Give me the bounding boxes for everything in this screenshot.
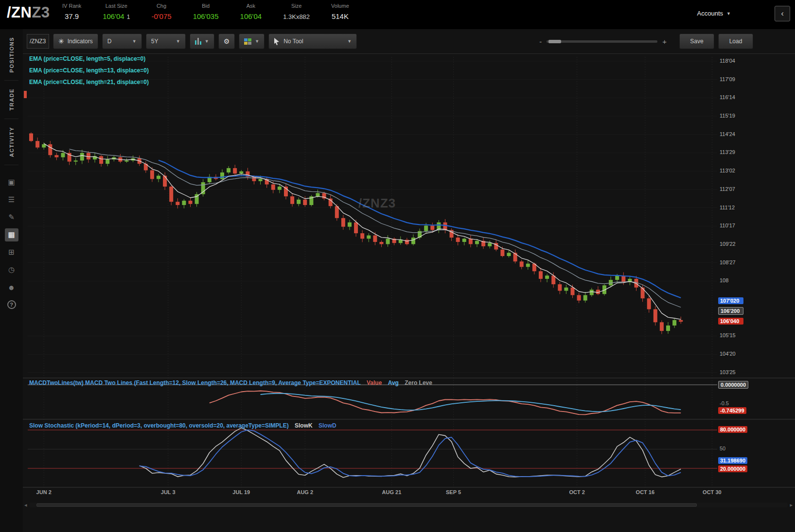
stat-label: IV Rank — [62, 3, 81, 9]
chart-style-icon — [195, 38, 201, 45]
date-axis-label: AUG 21 — [382, 489, 402, 495]
watchlist-icon[interactable]: ☰ — [5, 193, 18, 206]
indicators-button[interactable]: ✳ Indicators — [53, 34, 98, 49]
stoch-title: Slow Stochastic (kPeriod=14, dPeriod=3, … — [29, 422, 289, 429]
stoch-legend-k: SlowK — [295, 422, 313, 429]
date-axis-label: OCT 16 — [636, 489, 655, 495]
layout-grid-icon — [244, 38, 251, 45]
gear-icon: ⚙ — [224, 37, 230, 45]
stat-label: Chg — [157, 3, 166, 9]
stat-value: 514K — [332, 12, 349, 20]
candlesticks — [24, 91, 683, 334]
save-button[interactable]: Save — [679, 34, 714, 49]
load-button[interactable]: Load — [718, 34, 753, 49]
macd-study-label[interactable]: MACDTwoLines(tw) MACD Two Lines (Fast Le… — [29, 379, 432, 386]
range-dropdown[interactable]: 5Y ▼ — [146, 34, 186, 49]
date-axis-label: OCT 2 — [569, 489, 584, 495]
macd-legend-avg: Avg — [388, 379, 399, 386]
pane-separators — [23, 378, 795, 487]
chart-toolbar: ✳ Indicators D ▼ 5Y ▼ ▼ ⚙ ▼ — [23, 29, 795, 53]
sidebar-tab-trade[interactable]: TRADE — [9, 81, 15, 118]
drawing-tool-dropdown[interactable]: No Tool ▼ — [268, 34, 357, 49]
collapse-panel-button[interactable]: ‹ — [775, 6, 790, 21]
chart-panel: ✳ Indicators D ▼ 5Y ▼ ▼ ⚙ ▼ — [23, 29, 795, 532]
symbol-input[interactable] — [27, 34, 49, 49]
symbol-suffix: Z3 — [32, 4, 50, 21]
date-axis-label: JUL 3 — [161, 489, 176, 495]
symbol-title: /ZNZ3 — [7, 4, 50, 21]
indicators-label: Indicators — [68, 38, 93, 45]
tool-value: No Tool — [283, 38, 303, 45]
sidebar-tab-positions[interactable]: POSITIONS — [9, 29, 15, 80]
stat-iv-rank: IV Rank 37.9 — [62, 3, 81, 20]
macd-legend-zero: Zero Leve — [405, 379, 432, 386]
timeframe-value: D — [107, 38, 112, 45]
sidebar-icons: ▣☰✎▦⊞◷☻? — [5, 176, 18, 309]
date-axis-label: JUL 19 — [232, 489, 250, 495]
stat-value: 37.9 — [65, 12, 79, 20]
macd-title: MACDTwoLines(tw) MACD Two Lines (Fast Le… — [29, 379, 361, 386]
stat-ask: Ask 106'04 — [240, 3, 262, 20]
zoom-control: - + — [539, 37, 667, 46]
stat-change: Chg -0'075 — [151, 3, 171, 20]
stoch-study-label[interactable]: Slow Stochastic (kPeriod=14, dPeriod=3, … — [29, 422, 336, 429]
scroll-handle[interactable] — [36, 503, 697, 507]
stat-label: Size — [291, 3, 301, 9]
chevron-left-icon: ‹ — [781, 9, 784, 18]
zoom-slider[interactable] — [547, 40, 657, 43]
macd-legend-value: Value — [367, 379, 382, 386]
date-axis-label: JUN 2 — [36, 489, 52, 495]
horizontal-scrollbar[interactable]: ◂ ▸ — [24, 502, 793, 508]
cursor-icon — [274, 38, 280, 45]
chevron-down-icon: ▼ — [347, 39, 352, 44]
dashboard-icon[interactable]: ⊞ — [5, 246, 18, 259]
sidebar-tab-activity[interactable]: ACTIVITY — [9, 119, 15, 165]
stat-size: Size 1.3Kx882 — [283, 3, 310, 20]
chart-grid-icon[interactable]: ▦ — [5, 228, 18, 241]
macd-lines — [210, 391, 681, 415]
timeframe-dropdown[interactable]: D ▼ — [102, 34, 142, 49]
stat-label: Bid — [202, 3, 210, 9]
orders-icon[interactable]: ✎ — [5, 211, 18, 224]
indicators-icon: ✳ — [58, 37, 64, 45]
history-icon[interactable]: ◷ — [5, 263, 18, 276]
stat-label: Last Size — [106, 3, 127, 9]
ema21-label[interactable]: EMA (price=CLOSE, length=21, displace=0) — [29, 79, 149, 86]
community-icon[interactable]: ☻ — [5, 281, 18, 294]
range-value: 5Y — [151, 38, 159, 45]
zoom-slider-handle[interactable] — [548, 40, 561, 43]
last-size-qty: 1 — [127, 14, 130, 20]
zoom-out-button[interactable]: - — [539, 37, 542, 46]
chevron-down-icon: ▼ — [255, 39, 259, 44]
stoch-legend-d: SlowD — [318, 422, 336, 429]
accounts-dropdown[interactable]: Accounts ▼ — [697, 10, 731, 17]
stat-last-size: Last Size 106'041 — [103, 3, 130, 20]
monitor-icon[interactable]: ▣ — [5, 176, 18, 189]
zoom-in-button[interactable]: + — [662, 37, 667, 46]
study-labels: EMA (price=CLOSE, length=5, displace=0) … — [29, 55, 149, 90]
stat-value: 106'04 — [240, 12, 262, 20]
chart-area[interactable]: /ZNZ3 EMA (price=CLOSE, length=5, displa… — [23, 53, 795, 532]
price-chart — [23, 54, 795, 532]
chevron-down-icon: ▼ — [132, 39, 137, 44]
chart-layout-dropdown[interactable]: ▼ — [239, 34, 265, 49]
chevron-down-icon: ▼ — [176, 39, 180, 44]
stat-bid: Bid 106'035 — [193, 3, 219, 20]
ema13-label[interactable]: EMA (price=CLOSE, length=13, displace=0) — [29, 67, 149, 74]
scroll-right-icon[interactable]: ▸ — [790, 502, 793, 508]
chart-style-dropdown[interactable]: ▼ — [190, 34, 214, 49]
quote-header: /ZNZ3 IV Rank 37.9 Last Size 106'041 Chg… — [0, 0, 795, 29]
stat-value: -0'075 — [151, 12, 171, 20]
date-axis-label: SEP 5 — [446, 489, 461, 495]
ema13-line — [70, 149, 681, 308]
scroll-left-icon[interactable]: ◂ — [24, 502, 27, 508]
chart-settings-button[interactable]: ⚙ — [218, 34, 235, 49]
scroll-track[interactable] — [29, 503, 788, 507]
left-sidebar: POSITIONS TRADE ACTIVITY ▣☰✎▦⊞◷☻? — [0, 29, 23, 532]
date-axis-label: OCT 30 — [703, 489, 722, 495]
stat-label: Ask — [247, 3, 255, 9]
stochastic-lines — [140, 428, 681, 478]
help-icon[interactable]: ? — [7, 300, 16, 309]
ema5-label[interactable]: EMA (price=CLOSE, length=5, displace=0) — [29, 55, 149, 62]
stat-label: Volume — [331, 3, 349, 9]
